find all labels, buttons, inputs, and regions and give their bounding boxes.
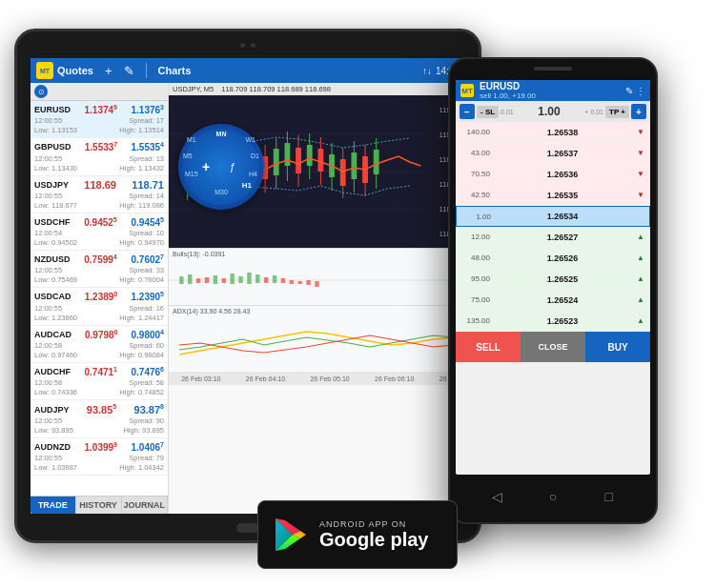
list-item[interactable]: USDCAD 1.23890 1.23905 12:00:55 Spread: … <box>31 288 168 325</box>
quotes-panel-header: ⊙ <box>31 83 168 101</box>
phone-topbar-left: MT EURUSD sell 1.00, +19.00 <box>460 81 536 100</box>
phone-topbar: MT EURUSD sell 1.00, +19.00 ✎ ⋮ <box>456 80 650 101</box>
list-item[interactable]: 43.00 1.26537 ▼ <box>456 143 650 164</box>
history-tab[interactable]: HISTORY <box>76 497 122 514</box>
phone-device: MT EURUSD sell 1.00, +19.00 ✎ ⋮ − - SL 0… <box>448 57 658 524</box>
list-item[interactable]: USDCHF 0.94525 0.94545 12:00:54 Spread: … <box>31 213 168 251</box>
list-item[interactable]: USDJPY 118.69 118.71 12:00:55 Spread: 14… <box>31 176 168 213</box>
quotes-tab-label[interactable]: Quotes <box>57 65 93 76</box>
topbar-left: MT Quotes + ✎ Charts <box>36 62 191 79</box>
svg-rect-22 <box>284 143 290 166</box>
tf-m5[interactable]: M5 <box>183 152 193 159</box>
bulls-indicator: Bulls(13): -0.0391 <box>169 248 465 305</box>
list-item[interactable]: NZDUSD 0.75994 0.76027 12:00:55 Spread: … <box>31 251 168 288</box>
phone-topbar-right: ✎ ⋮ <box>625 86 645 96</box>
svg-rect-47 <box>238 276 242 283</box>
list-item[interactable]: AUDCHF 0.74711 0.74766 12:00:58 Spread: … <box>31 363 168 400</box>
add-icon[interactable]: + <box>105 64 112 78</box>
signal-icon: ↑↓ <box>422 66 432 76</box>
close-button[interactable]: CLOSE <box>521 332 585 362</box>
list-item-selected[interactable]: 1.00 1.26534 <box>456 206 650 227</box>
list-item[interactable]: AUDCAD 0.97980 0.98004 12:00:58 Spread: … <box>31 326 168 363</box>
sl-minus-btn[interactable]: − <box>460 104 475 119</box>
svg-rect-54 <box>298 281 302 284</box>
list-item[interactable]: 48.00 1.26526 ▲ <box>456 248 650 269</box>
recents-button[interactable]: □ <box>599 486 620 507</box>
home-button[interactable]: ○ <box>542 486 563 507</box>
timeframe-selector[interactable]: MN W1 D1 H4 H1 M30 M15 M5 M1 + <box>178 124 264 210</box>
tp-step: + 0.01 <box>584 109 603 115</box>
trade-buttons: SELL CLOSE BUY <box>456 332 650 362</box>
list-item[interactable]: 12.00 1.26527 ▲ <box>456 227 650 248</box>
svg-rect-45 <box>222 278 226 283</box>
charts-tab-label[interactable]: Charts <box>158 65 192 76</box>
tf-m30[interactable]: M30 <box>214 189 228 195</box>
list-item[interactable]: AUDJPY 93.855 93.878 12:00:55 Spread: 90… <box>31 400 168 438</box>
svg-rect-32 <box>340 159 346 186</box>
svg-rect-56 <box>315 281 318 287</box>
tf-m1[interactable]: M1 <box>187 136 196 143</box>
svg-rect-28 <box>317 149 323 172</box>
buy-button[interactable]: BUY <box>585 332 650 362</box>
tf-h4[interactable]: H4 <box>249 171 257 177</box>
phone-trade-info: sell 1.00, +19.00 <box>480 91 536 100</box>
adx-indicator: ADX(14) 33.90 4.56 28.43 <box>169 305 465 372</box>
google-play-badge[interactable]: ANDROID APP ON Google play <box>257 500 458 569</box>
trade-controls: − - SL 0.01 1.00 + 0.01 TP + + <box>456 101 650 122</box>
phone-speaker <box>534 67 572 71</box>
list-item[interactable]: 135.00 1.26523 ▲ <box>456 311 650 332</box>
svg-rect-43 <box>205 277 209 283</box>
journal-tab[interactable]: JOURNAL <box>122 497 169 514</box>
list-item[interactable]: GBPUSD 1.55337 1.55354 12:00:55 Spread: … <box>31 138 168 175</box>
svg-rect-55 <box>306 280 310 285</box>
google-play-icon <box>272 516 310 554</box>
svg-rect-41 <box>188 274 192 284</box>
orderbook: 140.00 1.26538 ▼ 43.00 1.26537 ▼ 70.50 1… <box>456 122 650 332</box>
phone-pair: EURUSD <box>480 81 536 91</box>
phone-app-icon: MT <box>460 84 474 97</box>
edit-icon[interactable]: ✎ <box>124 64 134 78</box>
tablet-home-button[interactable] <box>236 523 259 533</box>
phone-screen: MT EURUSD sell 1.00, +19.00 ✎ ⋮ − - SL 0… <box>456 80 650 475</box>
tf-h1[interactable]: H1 <box>242 181 252 190</box>
tp-plus-btn[interactable]: + <box>631 104 646 119</box>
list-item[interactable]: 140.00 1.26538 ▼ <box>456 122 650 143</box>
tf-m15[interactable]: M15 <box>185 171 198 177</box>
svg-rect-44 <box>214 275 217 284</box>
quotes-panel: ⊙ EURUSD 1.13749 1.13763 12:00:55 Spread… <box>31 83 169 514</box>
phone-more-icon[interactable]: ⋮ <box>636 86 645 96</box>
svg-rect-48 <box>247 273 251 284</box>
list-item[interactable]: 95.00 1.26525 ▲ <box>456 269 650 290</box>
svg-rect-24 <box>296 148 301 173</box>
tp-label: TP + <box>605 106 629 118</box>
tf-w1[interactable]: W1 <box>246 136 256 143</box>
list-item[interactable]: EURUSD 1.13749 1.13763 12:00:55 Spread: … <box>31 101 168 138</box>
list-item[interactable]: 70.50 1.26536 ▼ <box>456 164 650 185</box>
app-logo: MT <box>36 62 53 79</box>
trade-tab[interactable]: TRADE <box>31 497 76 514</box>
svg-rect-42 <box>196 278 200 283</box>
bulls-chart <box>169 259 465 302</box>
chart-pair: USDJPY, M5 <box>173 85 214 93</box>
tablet-content: ⊙ EURUSD 1.13749 1.13763 12:00:55 Spread… <box>31 83 465 514</box>
scene: MT Quotes + ✎ Charts ↑↓ 14:00 <box>0 0 715 588</box>
sl-step: 0.01 <box>500 109 514 115</box>
tf-plus[interactable]: + <box>202 159 210 174</box>
list-item[interactable]: 42.50 1.26535 ▼ <box>456 185 650 206</box>
list-item[interactable]: AUDNZD 1.03999 1.04067 12:00:55 Spread: … <box>31 438 168 476</box>
tf-d1[interactable]: D1 <box>251 152 259 159</box>
sell-button[interactable]: SELL <box>456 332 521 362</box>
phone-edit-icon[interactable]: ✎ <box>625 86 633 96</box>
tablet-screen: MT Quotes + ✎ Charts ↑↓ 14:00 <box>31 58 465 514</box>
svg-rect-53 <box>290 280 294 284</box>
panel-icon: ⊙ <box>34 85 48 98</box>
list-item[interactable]: 75.00 1.26524 ▲ <box>456 290 650 311</box>
svg-rect-52 <box>281 278 285 283</box>
svg-rect-50 <box>264 277 268 283</box>
quotes-footer: TRADE HISTORY JOURNAL <box>31 496 168 514</box>
tf-func[interactable]: ƒ <box>230 161 235 172</box>
tf-mn[interactable]: MN <box>216 131 227 137</box>
chart-info-bar: USDJPY, M5 118.709 118.709 118.689 118.6… <box>169 83 465 95</box>
svg-rect-51 <box>273 275 276 283</box>
back-button[interactable]: ◁ <box>486 486 507 507</box>
